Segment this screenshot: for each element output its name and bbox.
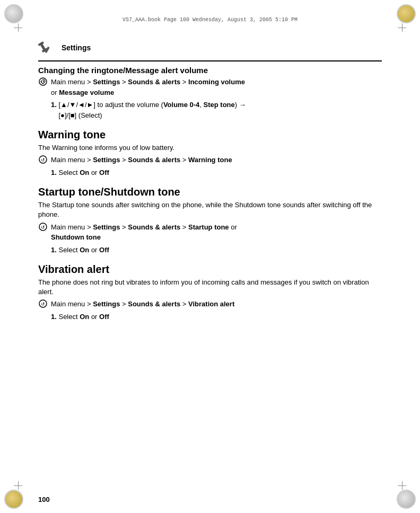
nav-arrow-icon-warning: ↺ [38,155,48,164]
corner-circle-bl [4,490,23,509]
svg-text:↺: ↺ [41,302,45,307]
section-ringtone-nav: ↺ Main menu > Settings > Sounds & alerts… [38,77,382,98]
section-warning-desc: The Warning tone informs you of low batt… [38,143,382,153]
corner-circle-tl [4,4,23,23]
section-ringtone-nav-text: Main menu > Settings > Sounds & alerts >… [51,77,382,98]
section-vibration-desc: The phone does not ring but vibrates to … [38,278,382,297]
top-bar-text: VS7_AAA.book Page 100 Wednesday, August … [122,17,298,23]
section-warning-title: Warning tone [38,129,382,141]
main-content: Settings Changing the ringtone/Message a… [38,38,382,481]
section-ringtone-title: Changing the ringtone/Message alert volu… [38,66,382,75]
section-ringtone: Changing the ringtone/Message alert volu… [38,66,382,120]
section-ringtone-step1: 1. [▲/▼/◄/►] to adjust the volume (Volum… [51,100,382,120]
page-number: 100 [38,496,50,503]
section-startup-nav: ↺ Main menu > Settings > Sounds & alerts… [38,222,382,243]
crosshair-br [398,481,406,490]
wrench-icon [38,38,57,57]
svg-text:↺: ↺ [41,157,45,163]
section-vibration-title: Vibration alert [38,263,382,276]
page: VS7_AAA.book Page 100 Wednesday, August … [0,0,420,513]
section-vibration-nav-text: Main menu > Settings > Sounds & alerts >… [51,299,382,309]
corner-circle-br [397,490,416,509]
section-startup: Startup tone/Shutdown tone The Startup t… [38,186,382,255]
section-startup-desc: The Startup tone sounds after switching … [38,200,382,219]
section-warning-nav-text: Main menu > Settings > Sounds & alerts >… [51,155,382,165]
settings-title: Settings [62,43,91,52]
section-vibration-nav: ↺ Main menu > Settings > Sounds & alerts… [38,299,382,309]
section-startup-step1: 1. Select On or Off [51,245,382,255]
svg-text:↺: ↺ [41,79,45,85]
crosshair-tr [398,23,406,32]
crosshair-tl [14,23,22,32]
section-startup-nav-text: Main menu > Settings > Sounds & alerts >… [51,222,382,243]
crosshair-bl [14,481,22,490]
svg-text:↺: ↺ [41,225,45,230]
section-warning-nav: ↺ Main menu > Settings > Sounds & alerts… [38,155,382,165]
section-startup-title: Startup tone/Shutdown tone [38,186,382,198]
corner-circle-tr [397,4,416,23]
nav-arrow-icon-startup: ↺ [38,222,48,232]
section-vibration: Vibration alert The phone does not ring … [38,263,382,322]
nav-arrow-icon-vibration: ↺ [38,299,48,308]
settings-header: Settings [38,38,382,61]
section-warning: Warning tone The Warning tone informs yo… [38,129,382,178]
top-bar: VS7_AAA.book Page 100 Wednesday, August … [27,17,393,23]
section-vibration-step1: 1. Select On or Off [51,312,382,322]
nav-arrow-icon-ringtone: ↺ [38,77,48,86]
section-warning-step1: 1. Select On or Off [51,167,382,178]
